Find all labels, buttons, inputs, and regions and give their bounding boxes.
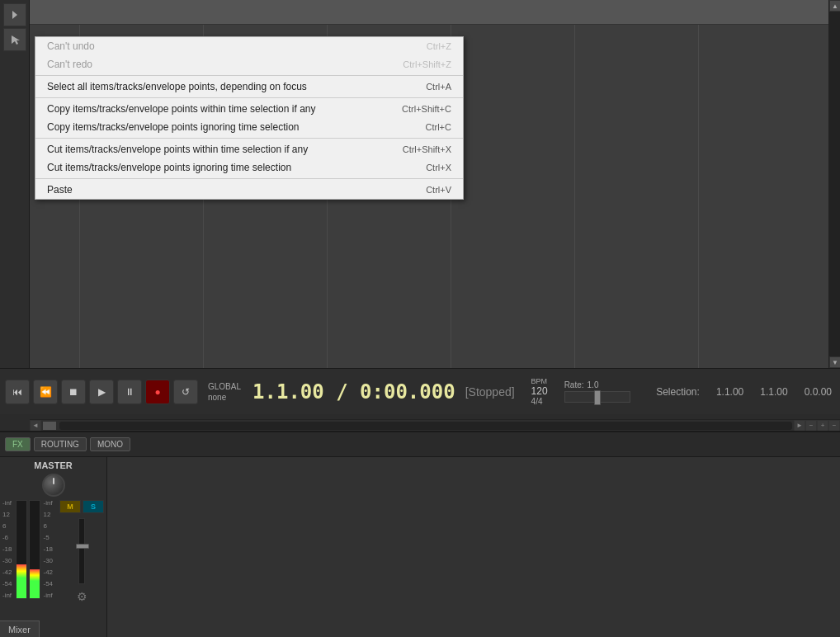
svg-marker-1 (12, 35, 20, 45)
vu-scale-right: -inf 12 6 -5 -18 -30 -42 -54 -inf (44, 500, 54, 599)
copy-ignore-shortcut: Ctrl+C (426, 122, 451, 132)
zoom-out-button[interactable]: − (828, 420, 840, 432)
copy-ignore-label: Copy items/tracks/envelope points ignori… (47, 121, 299, 133)
scroll-right-arrow[interactable]: ► (794, 420, 805, 432)
cut-time-label: Cut items/tracks/envelope points within … (47, 144, 308, 155)
paste-label: Paste (47, 184, 73, 196)
fader-thumb[interactable] (76, 544, 89, 549)
zoom-minus-button[interactable]: − (805, 420, 817, 432)
mixer-tab[interactable]: Mixer (0, 620, 40, 637)
vu-fill-right (30, 569, 40, 598)
copy-time-shortcut: Ctrl+Shift+C (402, 104, 451, 114)
vu-meters (16, 500, 40, 599)
scroll-down-button[interactable]: ▼ (829, 356, 840, 368)
playback-status: [Stopped] (465, 385, 515, 399)
edit-dropdown-menu: Can't undo Ctrl+Z Can't redo Ctrl+Shift+… (35, 36, 464, 200)
rate-row: Rate: 1.0 (564, 380, 630, 389)
solo-button[interactable]: S (83, 500, 104, 513)
menu-cut-time[interactable]: Cut items/tracks/envelope points within … (35, 140, 463, 158)
copy-time-label: Copy items/tracks/envelope points within… (47, 103, 315, 115)
svg-marker-0 (12, 11, 17, 19)
selection-end: 1.1.00 (760, 386, 787, 398)
mute-solo-buttons: M S (59, 500, 104, 513)
grid-line (574, 25, 575, 368)
selection-label: Selection: (656, 386, 700, 398)
selection-info: Selection: 1.1.00 1.1.00 0.0.00 (656, 386, 832, 398)
undo-shortcut: Ctrl+Z (427, 41, 451, 51)
stop-button[interactable]: ⏹ (61, 380, 86, 404)
global-none: GLOBAL none (208, 382, 241, 402)
menu-paste[interactable]: Paste Ctrl+V (35, 181, 463, 199)
mixer-controls-bar: FX ROUTING MONO (0, 432, 840, 457)
rate-label: Rate: (564, 380, 584, 389)
go-start-button[interactable]: ⏮ (5, 380, 30, 404)
prev-button[interactable]: ⏪ (33, 380, 58, 404)
cut-ignore-label: Cut items/tracks/envelope points ignorin… (47, 162, 291, 173)
toolbar-btn-2[interactable] (3, 28, 26, 51)
mixer-tab-label: Mixer (8, 625, 31, 635)
toolbar-btn-1[interactable] (3, 3, 26, 26)
vu-section: -inf 12 6 -6 -18 -30 -42 -54 -inf -inf (2, 500, 104, 604)
redo-shortcut: Ctrl+Shift+Z (403, 59, 451, 69)
grid-line (698, 25, 699, 368)
menu-cut-ignore[interactable]: Cut items/tracks/envelope points ignorin… (35, 158, 463, 177)
menu-undo[interactable]: Can't undo Ctrl+Z (35, 37, 463, 55)
play-button[interactable]: ▶ (89, 380, 114, 404)
fader-section: M S ⚙ (59, 500, 104, 604)
scroll-track[interactable] (829, 12, 840, 356)
fx-button[interactable]: FX (5, 437, 31, 451)
record-button[interactable]: ● (145, 380, 170, 404)
vu-fill-left (17, 564, 26, 598)
none-label: none (208, 393, 241, 402)
rate-value: 1.0 (588, 380, 599, 389)
rate-slider-container (564, 391, 630, 403)
left-toolbar (0, 0, 30, 368)
timeline-ruler: 2.1.00 0:02.000 2.3.00 0:03.000 3.1.00 0… (30, 0, 840, 25)
settings-icon[interactable]: ⚙ (74, 589, 89, 604)
menu-redo[interactable]: Can't redo Ctrl+Shift+Z (35, 55, 463, 73)
separator-4 (35, 178, 463, 179)
rate-slider-thumb[interactable] (594, 390, 601, 405)
scroll-up-button[interactable]: ▲ (829, 0, 840, 12)
routing-button[interactable]: ROUTING (34, 437, 87, 451)
master-fader[interactable] (78, 518, 85, 584)
paste-shortcut: Ctrl+V (426, 185, 451, 195)
cursor-icon (9, 34, 21, 45)
scroll-track[interactable] (59, 422, 792, 430)
separator-3 (35, 138, 463, 139)
loop-button[interactable]: ↺ (173, 380, 198, 404)
rate-slider[interactable] (564, 391, 630, 403)
vertical-scrollbar[interactable]: ▲ ▼ (828, 0, 840, 368)
zoom-plus-button[interactable]: + (817, 420, 828, 432)
time-display: 1.1.00 / 0:00.000 (252, 380, 455, 403)
select-all-label: Select all items/tracks/envelope points,… (47, 81, 307, 92)
transport-bar: ⏮ ⏪ ⏹ ▶ ⏸ ● ↺ GLOBAL none 1.1.00 / 0:00.… (0, 368, 840, 414)
menu-copy-ignore[interactable]: Copy items/tracks/envelope points ignori… (35, 118, 463, 136)
select-all-shortcut: Ctrl+A (426, 82, 451, 92)
vu-meter-left (16, 500, 27, 599)
horizontal-scrollbar[interactable]: ◄ ► − + − (30, 419, 840, 431)
pause-button[interactable]: ⏸ (117, 380, 142, 404)
redo-label: Can't redo (47, 59, 92, 70)
mixer-area: FX ROUTING MONO MASTER -inf 12 6 -6 -18 … (0, 431, 840, 637)
selection-length: 0.0.00 (805, 386, 832, 398)
scroll-left-arrow[interactable]: ◄ (30, 420, 41, 432)
menu-copy-time[interactable]: Copy items/tracks/envelope points within… (35, 100, 463, 118)
vu-meter-right (29, 500, 40, 599)
mute-button[interactable]: M (59, 500, 81, 513)
separator-2 (35, 97, 463, 98)
separator-1 (35, 75, 463, 76)
menu-select-all[interactable]: Select all items/tracks/envelope points,… (35, 78, 463, 96)
cut-time-shortcut: Ctrl+Shift+X (403, 144, 451, 154)
undo-label: Can't undo (47, 40, 95, 52)
cut-ignore-shortcut: Ctrl+X (426, 163, 451, 172)
vu-scale-left: -inf 12 6 -6 -18 -30 -42 -54 -inf (2, 500, 12, 599)
global-label: GLOBAL (208, 382, 241, 391)
bpm-value[interactable]: 120 (531, 385, 548, 397)
master-label: MASTER (34, 460, 72, 470)
arrow-icon (9, 9, 21, 21)
time-sig[interactable]: 4/4 (531, 397, 548, 406)
mono-button[interactable]: MONO (90, 437, 130, 451)
master-pan-knob[interactable] (42, 474, 65, 497)
selection-start: 1.1.00 (716, 386, 743, 398)
